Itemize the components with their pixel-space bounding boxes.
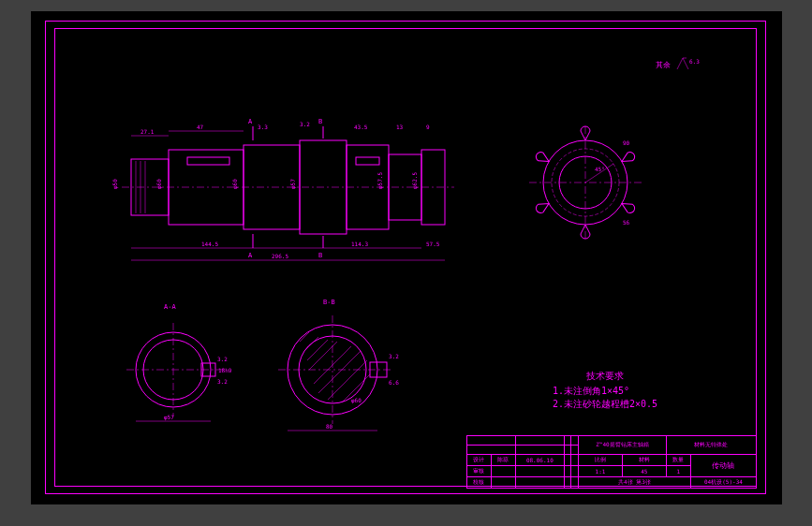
dim-r-inner: 56 <box>623 219 630 226</box>
tb-dwg: 04机设(5)-34 <box>690 477 756 489</box>
title-block: Z™40摇臂钻床主轴箱 材料无特殊处 设计 陈琼 08.06.10 比例 材料 … <box>466 435 757 487</box>
surface-finish-global: 其余 6.3 <box>656 56 703 73</box>
tech-item2: 2.未注砂轮越程槽2×0.5 <box>553 398 657 411</box>
dim-d2: 47 <box>197 124 204 130</box>
dim-dia6: φ62.5 <box>411 172 419 189</box>
tb-chk-lbl: 校核 <box>467 477 492 489</box>
tb-note: 材料无特殊处 <box>666 436 756 455</box>
tb-date: 08.06.10 <box>515 455 564 466</box>
aa-kw: 3.2 <box>217 356 228 362</box>
aa-slot: 18h9 <box>218 367 232 373</box>
tb-scale-lbl: 比例 <box>578 455 622 466</box>
section-a-bot: A <box>248 252 253 259</box>
dim-dia3: φ60 <box>231 179 239 189</box>
dim-tol1: 3.2 <box>300 121 310 127</box>
right-end-view: 45° 90 56 <box>520 117 651 248</box>
tb-sheet: 共4张 第3张 <box>578 477 690 489</box>
bb-dia-out: 80 <box>326 423 333 430</box>
aa-dia: φ57 <box>164 414 174 421</box>
dim-dia2: φ60 <box>155 179 163 189</box>
bb-dia-in: φ60 <box>351 397 362 404</box>
dim-d9: 114.3 <box>351 241 368 247</box>
dim-dia4: φ57 <box>289 179 297 189</box>
tech-title: 技术要求 <box>553 370 657 383</box>
aa-kh: 3.2 <box>217 378 228 385</box>
tech-item1: 1.未注倒角1×45° <box>553 385 657 398</box>
tb-mat: 45 <box>622 466 666 477</box>
tb-mat-lbl: 材料 <box>622 455 666 466</box>
svg-rect-8 <box>187 157 229 165</box>
dim-d3: 3.3 <box>258 124 268 130</box>
section-bb-view: B-B 3.2 6.6 80 φ60 <box>262 295 412 445</box>
angle-45: 45° <box>595 166 605 172</box>
tb-qty: 1 <box>666 466 690 477</box>
tech-requirements: 技术要求 1.未注倒角1×45° 2.未注砂轮越程槽2×0.5 <box>553 370 657 411</box>
surf-note: 其余 <box>656 61 671 69</box>
section-bb-label: B-B <box>323 299 335 306</box>
dim-d6: 13 <box>396 124 404 130</box>
main-shaft-view: A A B B 27.1 47 3.3 3.2 43.5 13 9 φ50 φ6… <box>112 103 515 271</box>
dim-d10: 57.5 <box>426 241 440 247</box>
tb-project: Z™40摇臂钻床主轴箱 <box>578 436 666 455</box>
tb-des: 陈琼 <box>491 455 515 466</box>
tb-rev-lbl: 审核 <box>467 466 492 477</box>
dim-dia1: φ50 <box>112 179 119 189</box>
section-aa-view: A-A 3.2 3.2 φ57 18h9 <box>112 300 244 440</box>
tb-scale: 1:1 <box>578 466 622 477</box>
tb-qty-lbl: 数量 <box>666 455 690 466</box>
dim-dia5: φ57.5 <box>376 172 384 189</box>
dim-d5: 43.5 <box>354 124 368 130</box>
tb-des-lbl: 设计 <box>467 455 492 466</box>
dim-d1: 27.1 <box>140 128 155 135</box>
section-b-top: B <box>318 118 322 125</box>
tb-part: 传动轴 <box>690 455 756 477</box>
section-a-top: A <box>248 118 253 125</box>
dim-d11: 296.5 <box>272 253 288 259</box>
section-aa-label: A-A <box>164 303 176 311</box>
dim-d7: 9 <box>426 124 430 130</box>
bb-kw: 3.2 <box>389 353 399 359</box>
surf-val: 6.3 <box>689 58 700 65</box>
dim-r-outer: 90 <box>623 139 630 146</box>
bb-kh: 6.6 <box>389 379 399 386</box>
svg-rect-9 <box>356 157 379 165</box>
dim-d8: 144.5 <box>201 241 218 247</box>
section-b-bot: B <box>318 252 322 259</box>
